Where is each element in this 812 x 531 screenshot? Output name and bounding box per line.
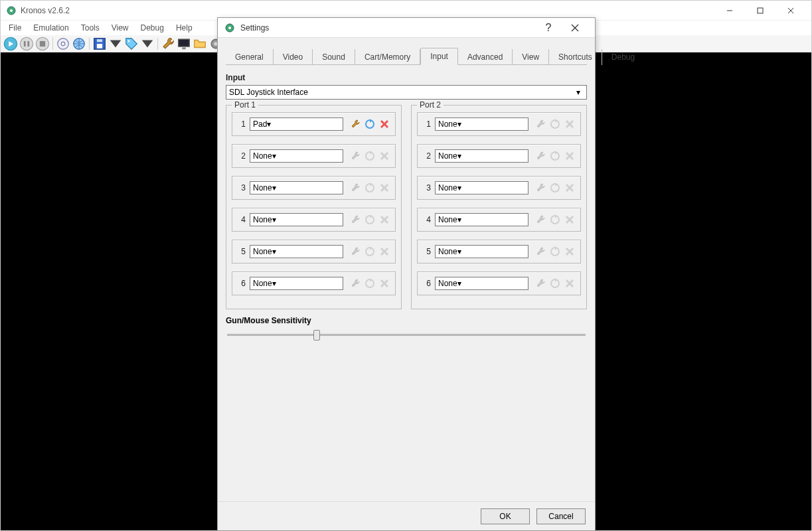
tab-sound[interactable]: Sound	[313, 49, 355, 65]
menu-debug[interactable]: Debug	[135, 22, 169, 34]
tab-shortcuts[interactable]: Shortcuts	[549, 49, 602, 65]
svg-rect-18	[97, 39, 102, 42]
chevron-down-icon: ▾	[457, 279, 461, 288]
remove-icon	[378, 245, 391, 258]
slot-device-select[interactable]: None ▾	[250, 277, 343, 290]
slot-number: 6	[236, 279, 246, 288]
slot-number: 4	[422, 215, 431, 224]
slot-device-select[interactable]: None ▾	[435, 245, 528, 258]
reset-icon	[548, 213, 562, 226]
svg-marker-56	[370, 278, 372, 282]
slot-device-select[interactable]: None ▾	[435, 117, 528, 131]
slot-device-select[interactable]: None ▾	[250, 149, 343, 163]
play-icon[interactable]	[3, 37, 18, 51]
configure-icon	[534, 277, 547, 290]
tabs: General Video Sound Cart/Memory Input Ad…	[218, 38, 595, 64]
tab-input[interactable]: Input	[420, 48, 458, 65]
window-title: Kronos v2.6.2	[21, 6, 714, 15]
reset-icon[interactable]	[363, 117, 376, 131]
dialog-close-button[interactable]	[562, 19, 588, 37]
sensitivity-slider[interactable]	[227, 328, 586, 341]
chevron-down-icon: ▾	[272, 215, 276, 224]
svg-marker-72	[555, 214, 557, 218]
slot-device-select[interactable]: Pad ▾	[250, 117, 343, 131]
remove-icon	[563, 245, 576, 258]
toolbar-separator	[89, 38, 90, 50]
slot-device-value: None	[438, 183, 457, 192]
reset-icon	[548, 245, 562, 258]
ok-button[interactable]: OK	[481, 508, 530, 524]
toolbar-separator	[52, 38, 53, 50]
slot-device-select[interactable]: None ▾	[250, 213, 343, 226]
slot-device-select[interactable]: None ▾	[435, 277, 528, 290]
chevron-down-icon: ▾	[457, 215, 461, 224]
configure-icon	[349, 149, 362, 163]
reset-icon	[363, 181, 376, 194]
menu-tools[interactable]: Tools	[76, 22, 105, 34]
tab-cart-memory[interactable]: Cart/Memory	[355, 49, 420, 65]
disc-icon[interactable]	[56, 37, 70, 51]
dialog-title: Settings	[240, 23, 535, 33]
menu-help[interactable]: Help	[171, 22, 198, 34]
maximize-button[interactable]	[745, 1, 775, 21]
interface-select[interactable]: SDL Joystick Interface ▾	[226, 85, 587, 100]
save-icon[interactable]	[92, 37, 107, 51]
svg-marker-40	[370, 151, 372, 155]
tab-advanced[interactable]: Advanced	[458, 49, 513, 65]
port1-slot-row: 6 None ▾	[232, 271, 396, 295]
slot-number: 2	[236, 151, 246, 161]
remove-icon	[563, 149, 576, 163]
svg-rect-9	[24, 40, 26, 46]
save-dropdown-icon[interactable]	[108, 37, 123, 51]
remove-icon[interactable]	[378, 117, 391, 131]
port1-slot-row: 4 None ▾	[232, 208, 396, 232]
remove-icon	[563, 181, 576, 194]
port2-slot-row: 1 None ▾	[417, 112, 581, 136]
folder-icon[interactable]	[193, 37, 207, 51]
stop-icon[interactable]	[35, 37, 50, 51]
wrench-icon[interactable]	[161, 37, 175, 51]
slot-device-select[interactable]: None ▾	[435, 149, 528, 163]
menu-emulation[interactable]: Emulation	[28, 22, 74, 34]
slider-thumb[interactable]	[313, 330, 320, 341]
tag-icon[interactable]	[124, 37, 139, 51]
tab-general[interactable]: General	[226, 49, 274, 65]
svg-marker-76	[555, 246, 557, 250]
help-button[interactable]: ?	[535, 19, 562, 37]
svg-rect-12	[40, 40, 45, 46]
monitor-icon[interactable]	[177, 37, 191, 51]
slot-device-select[interactable]: None ▾	[250, 181, 343, 194]
tab-video[interactable]: Video	[274, 49, 313, 65]
configure-icon	[534, 181, 547, 194]
configure-icon	[534, 117, 547, 131]
port2-legend: Port 2	[417, 100, 444, 110]
minimize-button[interactable]	[714, 1, 745, 21]
cancel-button[interactable]: Cancel	[536, 508, 586, 524]
tag-dropdown-icon[interactable]	[140, 37, 155, 51]
slot-device-value: None	[438, 215, 457, 224]
configure-icon	[534, 149, 547, 163]
slot-device-select[interactable]: None ▾	[435, 213, 528, 226]
slider-track	[227, 334, 586, 336]
ports: Port 1 1 Pad ▾ 2 None ▾	[226, 105, 587, 309]
menu-file[interactable]: File	[3, 22, 27, 34]
menu-view[interactable]: View	[106, 22, 134, 34]
slot-device-select[interactable]: None ▾	[435, 181, 528, 194]
pause-icon[interactable]	[19, 37, 34, 51]
svg-rect-23	[182, 47, 186, 49]
tab-debug[interactable]: Debug	[602, 49, 644, 65]
port1-slot-row: 5 None ▾	[232, 240, 396, 264]
svg-marker-80	[555, 278, 557, 282]
configure-icon[interactable]	[349, 117, 362, 131]
tab-content: Input SDL Joystick Interface ▾ Port 1 1 …	[226, 64, 587, 501]
close-button[interactable]	[775, 1, 806, 21]
slot-device-value: None	[438, 119, 457, 129]
slot-device-select[interactable]: None ▾	[250, 245, 343, 258]
remove-icon	[378, 181, 391, 194]
globe-icon[interactable]	[72, 37, 86, 51]
port1-slot-row: 3 None ▾	[232, 176, 396, 200]
slot-number: 5	[422, 247, 431, 256]
slot-number: 1	[422, 119, 431, 129]
configure-icon	[534, 213, 547, 226]
tab-view[interactable]: View	[513, 49, 549, 65]
